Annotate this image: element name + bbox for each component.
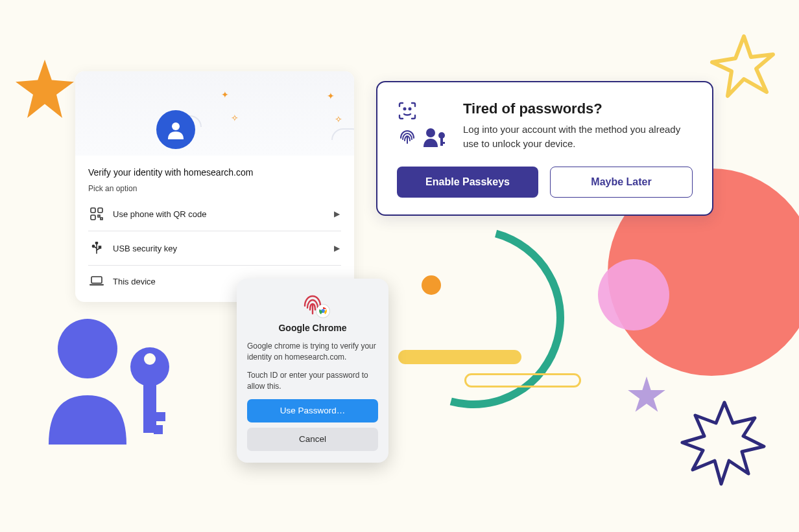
- orange-dot: [422, 275, 441, 295]
- svg-point-2: [144, 353, 156, 365]
- yellow-pill-outline: [464, 373, 581, 387]
- enable-passkeys-button[interactable]: Enable Passkeys: [397, 167, 538, 198]
- promo-title: Tired of passwords?: [463, 100, 693, 117]
- chrome-touchid-prompt: Google Chrome Google chrome is trying to…: [237, 279, 388, 463]
- svg-rect-8: [98, 208, 102, 213]
- svg-point-10: [95, 242, 97, 244]
- verify-title: Verify your identity with homesearch.com: [88, 167, 341, 178]
- svg-point-0: [58, 319, 117, 378]
- svg-rect-20: [442, 142, 445, 144]
- chrome-badge-icon: [316, 305, 329, 318]
- option-usb-key[interactable]: USB security key ▶: [88, 231, 341, 266]
- option-label: USB security key: [113, 244, 325, 253]
- promo-icon-cluster: [397, 100, 445, 148]
- fingerprint-icon: [397, 126, 419, 148]
- svg-rect-11: [99, 246, 101, 248]
- cancel-button[interactable]: Cancel: [247, 428, 378, 451]
- svg-point-12: [92, 245, 94, 247]
- usb-icon: [89, 242, 104, 255]
- qr-icon: [89, 207, 104, 220]
- use-password-button[interactable]: Use Password…: [247, 399, 378, 422]
- option-qr-code[interactable]: Use phone with QR code ▶: [88, 197, 341, 231]
- svg-point-6: [172, 122, 180, 130]
- svg-rect-9: [91, 215, 95, 220]
- user-key-icon: [36, 318, 172, 447]
- laptop-icon: [89, 276, 104, 286]
- chrome-prompt-line1: Google chrome is trying to verify your i…: [247, 341, 378, 364]
- face-id-icon: [397, 100, 419, 122]
- sparkle-icon: ✦: [221, 89, 229, 100]
- chrome-prompt-line2: Touch ID or enter your password to allow…: [247, 370, 378, 393]
- chrome-prompt-title: Google Chrome: [247, 323, 378, 333]
- enable-passkeys-card: Tired of passwords? Log into your accoun…: [376, 81, 713, 216]
- svg-rect-13: [91, 277, 102, 283]
- svg-point-15: [404, 108, 406, 110]
- svg-point-17: [426, 128, 435, 137]
- star-lilac-icon: [627, 376, 666, 415]
- promo-description: Log into your account with the method yo…: [463, 122, 693, 151]
- user-key-small-icon: [423, 126, 445, 148]
- star-navy-icon: [676, 396, 773, 493]
- option-label: Use phone with QR code: [113, 209, 325, 219]
- verify-identity-dialog: ✦ ✦ ✧ ✧ Verify your identity with homese…: [75, 71, 354, 302]
- star-orange-icon: [16, 60, 74, 118]
- star-yellow-icon: [708, 32, 780, 104]
- maybe-later-button[interactable]: Maybe Later: [550, 167, 693, 198]
- verify-dialog-header: ✦ ✦ ✧ ✧: [75, 71, 354, 156]
- verify-subtitle: Pick an option: [88, 184, 341, 193]
- sparkle-icon: ✧: [231, 113, 239, 123]
- svg-rect-4: [154, 412, 165, 421]
- svg-rect-14: [89, 284, 104, 286]
- svg-rect-5: [154, 425, 163, 434]
- sparkle-icon: ✦: [327, 91, 335, 101]
- cloud-icon: [331, 128, 354, 140]
- chevron-right-icon: ▶: [334, 244, 340, 253]
- sparkle-icon: ✧: [335, 114, 342, 124]
- avatar-icon: [156, 110, 195, 149]
- svg-rect-7: [91, 208, 95, 213]
- yellow-pill: [398, 350, 521, 364]
- pink-circle: [598, 259, 669, 330]
- svg-point-16: [409, 108, 411, 110]
- chevron-right-icon: ▶: [334, 209, 340, 218]
- svg-point-18: [438, 132, 445, 139]
